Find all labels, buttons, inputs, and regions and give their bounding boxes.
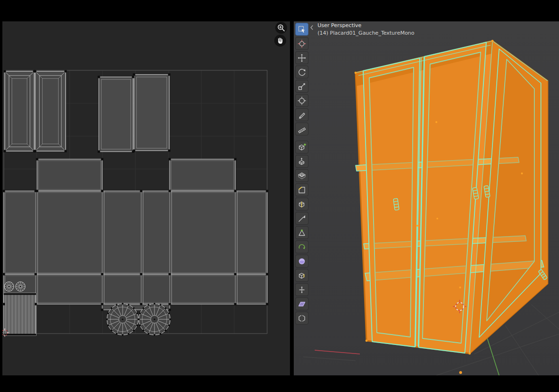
edge-slide-icon [298, 271, 306, 280]
transform-icon [298, 96, 306, 105]
uv-island-cylinder-strip[interactable] [4, 293, 36, 335]
tool-loop-cut[interactable] [295, 198, 308, 210]
knife-icon [298, 214, 306, 223]
uv-island-door-panel-1[interactable] [5, 71, 34, 151]
blender-window: { "app": {"name": "blender-uv-editing-wo… [0, 0, 559, 392]
shear-icon [298, 300, 306, 308]
tool-shear[interactable] [295, 297, 308, 310]
shrink-fatten-icon [298, 286, 306, 294]
smooth-icon [298, 257, 306, 266]
add-cube-icon [298, 143, 306, 152]
tool-move[interactable] [295, 51, 308, 64]
tool-select-box[interactable] [295, 23, 308, 36]
measure-icon [298, 125, 306, 134]
select-box-icon [298, 25, 306, 34]
hand-icon [276, 37, 284, 45]
tool-rotate[interactable] [295, 66, 308, 78]
move-icon [298, 54, 306, 62]
tool-rip-region[interactable] [295, 312, 308, 325]
inset-icon [298, 172, 306, 180]
uv-canvas[interactable] [2, 21, 290, 375]
tool-scale[interactable] [295, 80, 308, 93]
toolbar [295, 23, 309, 325]
tool-add-cube[interactable] [295, 141, 308, 153]
viewport-canvas[interactable] [294, 21, 559, 375]
tool-spin[interactable] [295, 240, 308, 253]
bevel-icon [298, 186, 306, 194]
scale-icon [298, 82, 306, 91]
tool-edge-slide[interactable] [295, 269, 308, 282]
rotate-icon [298, 68, 306, 76]
pan-button[interactable] [274, 35, 286, 47]
viewport-panel: User Perspective (14) Placard01_Gauche_T… [294, 21, 559, 375]
poly-build-icon [298, 229, 306, 237]
tool-transform[interactable] [295, 94, 308, 107]
spin-icon [298, 243, 306, 251]
tool-extrude-region[interactable] [295, 155, 308, 168]
magnifier-plus-icon [277, 24, 285, 32]
cabinet-door-left [363, 58, 420, 347]
cursor-icon [298, 39, 306, 48]
tool-cursor[interactable] [295, 37, 308, 50]
tool-shrink-fatten[interactable] [295, 283, 308, 296]
rip-icon [298, 314, 306, 323]
tool-annotate[interactable] [295, 108, 308, 121]
chevron-left-icon [310, 25, 314, 30]
tool-inset-faces[interactable] [295, 169, 308, 182]
uv-island-door-panel-2[interactable] [35, 71, 66, 151]
object-origin-dot [459, 371, 462, 374]
tool-measure[interactable] [295, 123, 308, 135]
zoom-button[interactable] [275, 22, 287, 34]
axis-x-line [315, 350, 360, 354]
uv-editor-panel [2, 21, 290, 375]
uv-island-rect-2[interactable] [134, 75, 169, 151]
annotate-icon [298, 111, 306, 119]
toolbar-collapse-button[interactable] [310, 25, 314, 32]
loop-cut-icon [298, 200, 306, 209]
tool-knife[interactable] [295, 212, 308, 225]
cabinet-mesh[interactable] [355, 40, 548, 355]
tool-smooth[interactable] [295, 255, 308, 268]
tool-poly-build[interactable] [295, 226, 308, 239]
extrude-icon [298, 157, 306, 166]
tool-bevel[interactable] [295, 183, 308, 196]
uv-island-rect-1[interactable] [99, 77, 133, 152]
